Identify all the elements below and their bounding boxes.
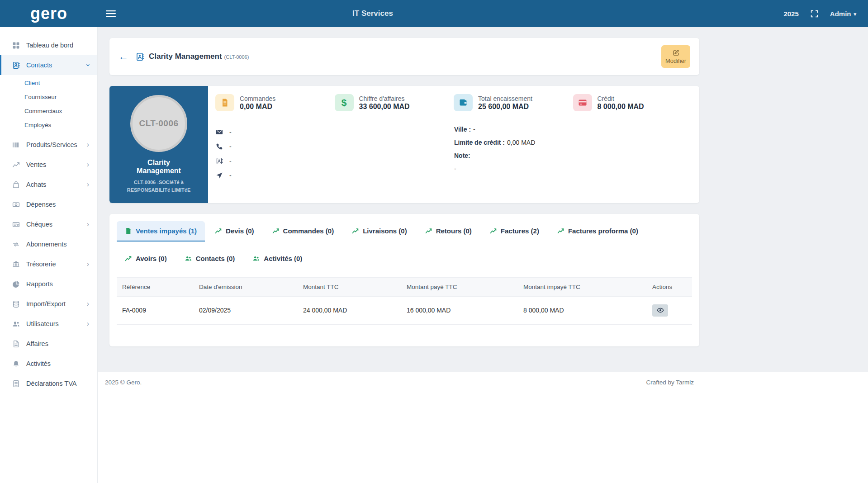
sidebar-item-utilisateurs[interactable]: Utilisateurs › [0,314,97,334]
page-container: ← Clarity Management (CLT-0006) Modifier… [109,38,699,346]
envelope-icon [215,128,223,136]
tab-factures[interactable]: Factures (2) [482,221,547,242]
credit-limit-label: Limite de crédit : [454,139,505,146]
contacts-submenu: Client Fournisseur Commerciaux Employés [0,75,97,135]
sidebar-subitem-fournisseur[interactable]: Fournisseur [0,90,97,104]
chart-line-icon [125,255,132,262]
sidebar-item-label: Import/Export [26,300,66,308]
sidebar-item-cheques[interactable]: Chéques › [0,214,97,234]
footer-credit: Crafted by Tarmiz [646,379,694,386]
sidebar-item-ventes[interactable]: Ventes › [0,155,97,175]
related-records-card: Ventes impayés (1) Devis (0) Commandes (… [109,214,699,346]
chevron-down-icon: › [84,64,91,66]
money-bill-icon [12,201,20,208]
edit-button[interactable]: Modifier [661,45,690,68]
chart-line-icon [557,227,564,234]
tab-label: Devis (0) [226,227,254,235]
sidebar-item-declarations-tva[interactable]: Déclarations TVA [0,374,97,393]
sidebar-item-tableau-de-bord[interactable]: Tableau de bord [0,35,97,55]
stats-row: Commandes 0,00 MAD $ Chiffre d'affaires … [215,94,692,111]
barcode-icon [12,141,20,149]
tab-avoirs[interactable]: Avoirs (0) [117,249,175,269]
sidebar-item-produits-services[interactable]: Produits/Services › [0,135,97,155]
chart-line-icon [490,227,497,234]
tab-contacts[interactable]: Contacts (0) [177,249,243,269]
footer-copyright: 2025 © Gero. [105,379,142,386]
stat-total-encaissement: Total encaissement 25 600,00 MAD [454,94,573,111]
back-button[interactable]: ← [119,52,128,62]
address-row: - [215,168,454,183]
dollar-icon: $ [335,94,354,111]
stat-chiffre-affaires: $ Chiffre d'affaires 33 600,00 MAD [335,94,454,111]
tab-label: Livraisons (0) [363,227,407,235]
sidebar-item-abonnements[interactable]: Abonnements [0,234,97,254]
user-menu[interactable]: Admin ▾ [830,10,856,18]
email-value: - [229,128,232,136]
unpaid-sales-table: Référence Date d'emission Montant TTC Mo… [117,277,692,325]
sidebar-item-label: Contacts [26,62,52,69]
sidebar-item-rapports[interactable]: Rapports [0,274,97,294]
tab-livraisons[interactable]: Livraisons (0) [344,221,415,242]
chevron-right-icon: › [87,181,89,188]
sidebar-item-contacts[interactable]: Contacts › [0,55,97,75]
credit-card-icon [573,94,592,111]
sidebar-item-label: Tableau de bord [26,42,73,49]
sidebar-subitem-employes[interactable]: Employés [0,118,97,132]
invoice-icon [215,94,234,111]
stat-value: 8 000,00 MAD [598,103,644,111]
year-selector[interactable]: 2025 [783,10,798,18]
avatar-label: CLT-0006 [139,118,178,128]
sidebar-item-tresorerie[interactable]: Trésorerie › [0,254,97,274]
sidebar-item-affaires[interactable]: Affaires [0,334,97,354]
tab-commandes[interactable]: Commandes (0) [264,221,342,242]
chevron-right-icon: › [87,260,89,268]
tab-activites[interactable]: Activités (0) [245,249,310,269]
client-profile-card: CLT-0006 Clarity Management CLT-0006 -SO… [109,86,699,203]
tab-factures-proforma[interactable]: Factures proforma (0) [549,221,646,242]
tab-devis[interactable]: Devis (0) [207,221,262,242]
menu-toggle-icon[interactable] [106,10,116,17]
tab-label: Factures proforma (0) [568,227,638,235]
chevron-right-icon: › [87,221,89,228]
stat-value: 25 600,00 MAD [478,103,532,111]
col-reference: Référence [117,277,194,296]
sidebar-subitem-commerciaux[interactable]: Commerciaux [0,104,97,118]
chart-line-icon [272,227,279,234]
sidebar-item-label: Dépenses [26,201,56,208]
file-icon [125,227,132,234]
sidebar-subitem-client[interactable]: Client [0,76,97,90]
sidebar-item-achats[interactable]: Achats › [0,175,97,194]
tab-retours[interactable]: Retours (0) [417,221,480,242]
sidebar-item-label: Activités [26,360,51,367]
sidebar-item-label: Affaires [26,340,48,347]
phone-row: - [215,139,454,154]
phone-value: - [229,143,232,150]
view-button[interactable] [652,304,668,317]
sidebar-item-import-export[interactable]: Import/Export › [0,294,97,314]
credit-limit-row: Limite de crédit :0,00 MAD [454,139,692,146]
chart-line-icon [425,227,432,234]
cell-reference: FA-0009 [117,296,194,324]
chevron-right-icon: › [87,161,89,168]
fullscreen-icon[interactable] [811,10,818,18]
app-logo[interactable]: gero [0,0,98,27]
sidebar-item-depenses[interactable]: Dépenses [0,194,97,214]
topbar-right: 2025 Admin ▾ [783,10,868,18]
sidebar-item-label: Trésorerie [26,260,56,268]
avatar: CLT-0006 [130,95,187,152]
note-row: Note: [454,152,692,159]
tab-label: Factures (2) [501,227,539,235]
sidebar-item-label: Ventes [26,161,46,168]
cell-montant-paye: 16 000,00 MAD [401,296,518,324]
stat-label: Total encaissement [478,95,532,102]
stat-label: Chiffre d'affaires [359,95,410,102]
sidebar-item-activites[interactable]: Activités [0,354,97,374]
table-row: FA-0009 02/09/2025 24 000,00 MAD 16 000,… [117,296,692,324]
tab-ventes-impayes[interactable]: Ventes impayés (1) [117,221,205,242]
stat-commandes: Commandes 0,00 MAD [215,94,335,111]
users-icon [185,255,192,262]
cell-date: 02/09/2025 [194,296,298,324]
chart-pie-icon [12,280,20,288]
tabs-bar: Ventes impayés (1) Devis (0) Commandes (… [117,221,692,269]
sidebar-item-label: Abonnements [26,241,66,248]
